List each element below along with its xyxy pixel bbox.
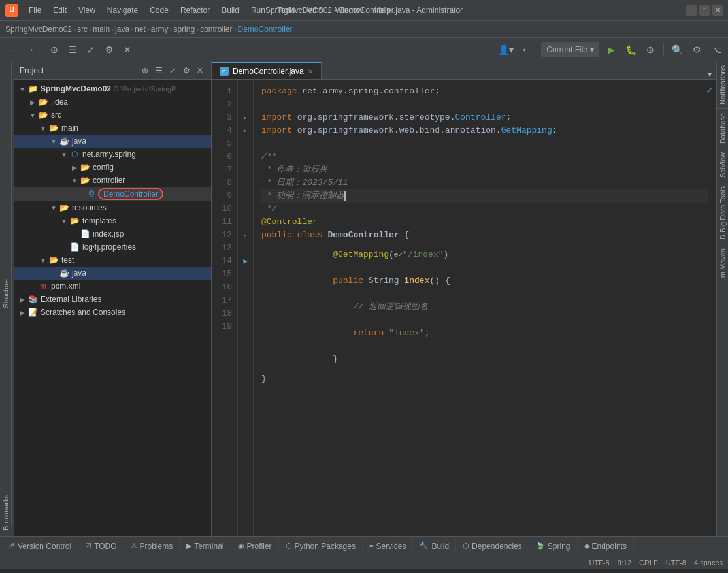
tree-item-root[interactable]: ▼ 📁 SpringMvcDemo02 D:\Projects\SpringP.…: [14, 82, 211, 95]
tree-item-java2[interactable]: ☕ java: [14, 267, 211, 280]
toolbar-expand-button[interactable]: ⤢: [83, 42, 99, 57]
code-line-6: /**: [261, 150, 708, 163]
bottom-tab-label: Build: [431, 542, 449, 551]
tree-item-package[interactable]: ▼ ⬡ net.army.spring: [14, 148, 211, 161]
maximize-button[interactable]: □: [699, 5, 710, 16]
toolbar-settings-button[interactable]: ⚙: [101, 42, 117, 57]
tree-item-templates[interactable]: ▼ 📂 templates: [14, 214, 211, 227]
toolbar-vcs-button[interactable]: 👤▾: [494, 42, 518, 57]
debug-button[interactable]: 🐛: [623, 42, 638, 57]
bottom-tab-terminal[interactable]: ▶ Terminal: [180, 537, 231, 555]
tabs-menu-button[interactable]: ▾: [703, 70, 716, 79]
breadcrumb-main[interactable]: main: [93, 25, 110, 34]
tree-item-resources[interactable]: ▼ 📂 resources: [14, 201, 211, 214]
tab-close-icon[interactable]: ✕: [308, 68, 313, 75]
breadcrumb-java[interactable]: java: [115, 25, 129, 34]
breadcrumb-project[interactable]: SpringMvcDemo02: [5, 25, 72, 34]
bottom-tab-problems[interactable]: ⚠ Problems: [124, 537, 180, 555]
tree-item-controller[interactable]: ▼ 📂 controller: [14, 174, 211, 187]
menu-view[interactable]: View: [73, 3, 101, 18]
tree-arrow: ▶: [69, 164, 80, 171]
tree-label: java: [72, 137, 86, 146]
maven-tab[interactable]: m Maven: [719, 244, 727, 282]
toolbar-back-button[interactable]: ←: [4, 42, 20, 57]
toolbar-back2-button[interactable]: ⟵: [521, 42, 537, 57]
tree-item-external-libs[interactable]: ▶ 📚 External Libraries: [14, 293, 211, 306]
bottom-tab-build[interactable]: 🔨 Build: [413, 537, 456, 555]
folder-icon: 📂: [80, 162, 90, 172]
run-config-selector[interactable]: Current File ▾: [541, 42, 599, 57]
bigdata-tab[interactable]: D Big Data Tools: [719, 182, 727, 244]
breadcrumb-controller[interactable]: controller: [200, 25, 232, 34]
status-line[interactable]: 9:12: [618, 559, 631, 566]
tree-arrow: ▶: [17, 296, 27, 303]
database-tab[interactable]: Database: [719, 109, 727, 148]
menu-refactor[interactable]: Refactor: [175, 3, 215, 18]
code-line-13: @GetMapping(⊙✓"/index"): [261, 242, 708, 268]
tree-arrow: ▼: [48, 205, 59, 212]
run-button[interactable]: ▶: [603, 42, 619, 57]
tree-item-config[interactable]: ▶ 📂 config: [14, 161, 211, 174]
breadcrumb-army[interactable]: army: [151, 25, 169, 34]
bottom-tab-todo[interactable]: ☑ TODO: [78, 537, 124, 555]
project-sort-icon[interactable]: ☰: [153, 65, 165, 76]
menu-navigate[interactable]: Navigate: [102, 3, 143, 18]
bottom-tab-version-control[interactable]: ⎇ Version Control: [0, 537, 78, 555]
menu-build[interactable]: Build: [216, 3, 244, 18]
status-line-ending[interactable]: CRLF: [639, 559, 658, 566]
close-button[interactable]: ✕: [712, 5, 723, 16]
tree-item-scratches[interactable]: ▶ 📝 Scratches and Consoles: [14, 306, 211, 319]
right-panels: Notifications Database SciView D Big Dat…: [716, 61, 728, 536]
menu-file[interactable]: File: [24, 3, 46, 18]
status-encoding2[interactable]: UTF-8: [666, 559, 686, 566]
editor-tab-democontroller[interactable]: C DemoController.java ✕: [212, 62, 322, 79]
tree-item-index-jsp[interactable]: 📄 index.jsp: [14, 227, 211, 240]
tree-item-log4j[interactable]: 📄 log4j.properties: [14, 240, 211, 254]
structure-label[interactable]: Structure: [2, 279, 10, 308]
project-close-icon[interactable]: ✕: [194, 65, 206, 76]
bottom-tab-profiler[interactable]: ◉ Profiler: [231, 537, 279, 555]
bottom-tab-label: Python Packages: [295, 542, 356, 551]
sciview-tab[interactable]: SciView: [719, 148, 727, 182]
gutter-run-icon[interactable]: ▶: [238, 255, 253, 268]
status-encoding[interactable]: UTF-8: [589, 559, 609, 566]
git-button[interactable]: ⌥: [708, 42, 724, 57]
toolbar-close-button[interactable]: ✕: [120, 42, 135, 57]
window-controls: ─ □ ✕: [686, 5, 723, 16]
minimize-button[interactable]: ─: [686, 5, 697, 16]
menu-code[interactable]: Code: [144, 3, 174, 18]
project-locate-icon[interactable]: ⊕: [139, 65, 151, 76]
bottom-tab-label: Endpoints: [592, 542, 627, 551]
bottom-tab-endpoints[interactable]: ◆ Endpoints: [578, 537, 634, 555]
search-button[interactable]: 🔍: [669, 42, 685, 57]
project-expand-icon[interactable]: ⤢: [167, 65, 178, 76]
status-spaces[interactable]: 4 spaces: [694, 559, 723, 566]
code-editor[interactable]: package net.army.spring.controller; impo…: [254, 80, 716, 536]
main-layout: Project Project ⊕ ☰ ⤢ ⚙ ✕ ▼ 📁 SpringMvcD…: [0, 61, 728, 536]
bottom-tab-dependencies[interactable]: ⬡ Dependencies: [456, 537, 529, 555]
project-settings-icon[interactable]: ⚙: [180, 65, 192, 76]
toolbar-forward-button[interactable]: →: [22, 42, 38, 57]
menu-edit[interactable]: Edit: [48, 3, 72, 18]
toolbar-more-button[interactable]: ⊕: [642, 42, 658, 57]
bottom-tab-python-packages[interactable]: ⬡ Python Packages: [279, 537, 363, 555]
breadcrumb-src[interactable]: src: [77, 25, 88, 34]
tree-item-src[interactable]: ▼ 📂 src: [14, 108, 211, 122]
tree-item-pom[interactable]: m pom.xml: [14, 280, 211, 293]
toolbar-collapse-button[interactable]: ☰: [65, 42, 80, 57]
settings-button2[interactable]: ⚙: [689, 42, 704, 57]
tree-item-democontroller[interactable]: © DemoController: [14, 187, 211, 201]
tree-item-test[interactable]: ▼ 📂 test: [14, 254, 211, 267]
tree-item-idea[interactable]: ▶ 📂 .idea: [14, 95, 211, 108]
toolbar-locate-button[interactable]: ⊕: [46, 42, 62, 57]
tree-arrow: ▼: [59, 218, 69, 225]
tree-item-java[interactable]: ▼ ☕ java: [14, 135, 211, 148]
gutter-line19: [238, 320, 253, 333]
bottom-tab-spring[interactable]: 🍃 Spring: [529, 537, 578, 555]
bookmarks-label[interactable]: Bookmarks: [2, 495, 10, 531]
tree-item-main[interactable]: ▼ 📂 main: [14, 122, 211, 135]
breadcrumb-spring[interactable]: spring: [173, 25, 195, 34]
breadcrumb-net[interactable]: net: [135, 25, 146, 34]
bottom-tab-services[interactable]: ≡ Services: [363, 537, 413, 555]
notifications-tab[interactable]: Notifications: [719, 61, 727, 108]
